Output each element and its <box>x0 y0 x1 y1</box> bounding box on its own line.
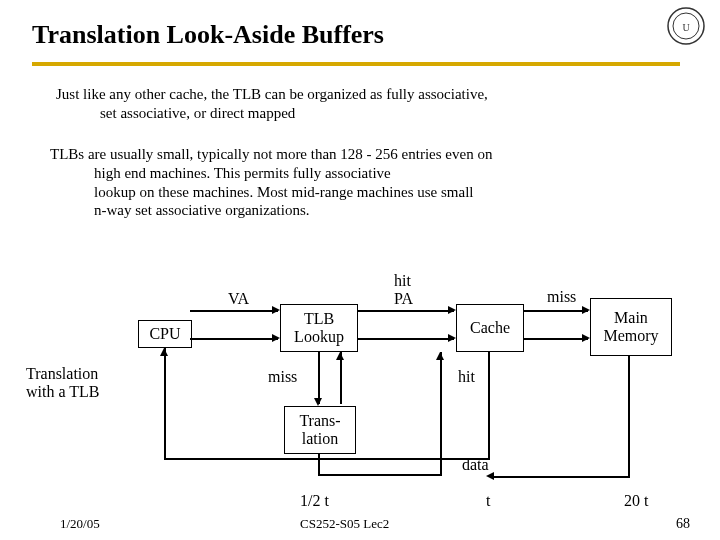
t-label: t <box>486 492 490 510</box>
t12-label: 1/2 t <box>300 492 329 510</box>
diagram: Translationwith a TLB CPU TLBLookup Cach… <box>0 260 720 520</box>
p2-line3: lookup on these machines. Most mid-range… <box>50 183 702 202</box>
hit-pa-label: hitPA <box>394 272 413 308</box>
slide-title: Translation Look-Aside Buffers <box>32 20 384 50</box>
seal-logo: U <box>666 6 706 46</box>
hit-label: hit <box>458 368 475 386</box>
paragraph-1: Just like any other cache, the TLB can b… <box>56 85 692 123</box>
paragraph-2: TLBs are usually small, typically not mo… <box>50 145 702 220</box>
translation-box: Trans-lation <box>284 406 356 454</box>
footer-course: CS252-S05 Lec2 <box>300 516 389 532</box>
miss2-label: miss <box>268 368 297 386</box>
p1-line2: set associative, or direct mapped <box>56 104 692 123</box>
p2-line2: high end machines. This permits fully as… <box>50 164 702 183</box>
miss-label: miss <box>547 288 576 306</box>
title-underline <box>32 62 680 66</box>
p1-line1: Just like any other cache, the TLB can b… <box>56 86 488 102</box>
cpu-box: CPU <box>138 320 192 348</box>
mem-box: MainMemory <box>590 298 672 356</box>
tlb-box: TLBLookup <box>280 304 358 352</box>
p2-line4: n-way set associative organizations. <box>50 201 702 220</box>
va-label: VA <box>228 290 249 308</box>
diagram-caption: Translationwith a TLB <box>26 365 99 401</box>
svg-text:U: U <box>682 22 690 33</box>
p2-line1: TLBs are usually small, typically not mo… <box>50 146 492 162</box>
footer-date: 1/20/05 <box>60 516 100 532</box>
page-number: 68 <box>676 516 690 532</box>
cache-box: Cache <box>456 304 524 352</box>
t20-label: 20 t <box>624 492 648 510</box>
